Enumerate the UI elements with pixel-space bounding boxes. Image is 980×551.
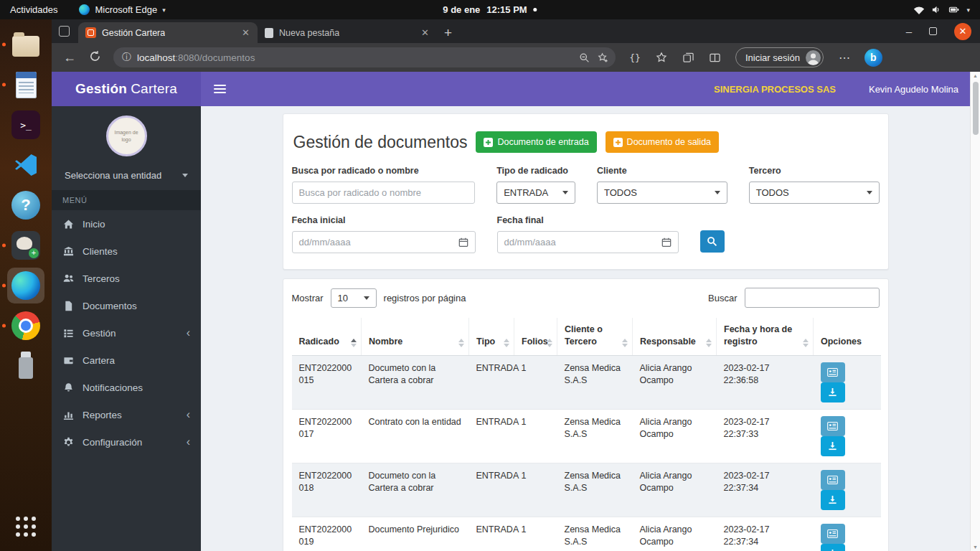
- dock-item-text-editor[interactable]: [7, 67, 44, 103]
- favorites-star-icon[interactable]: [651, 47, 672, 67]
- reload-button[interactable]: [85, 50, 104, 65]
- view-document-button[interactable]: [821, 416, 845, 436]
- sidebar-item-terceros[interactable]: Terceros: [52, 265, 201, 292]
- download-document-button[interactable]: [821, 544, 845, 551]
- view-document-button[interactable]: [821, 470, 845, 490]
- download-document-button[interactable]: [821, 436, 845, 456]
- clock-menu[interactable]: 9 de ene 12:15 PM: [443, 4, 537, 15]
- text-editor-icon: [16, 72, 37, 98]
- close-button[interactable]: ✕: [954, 23, 971, 40]
- view-document-icon: [827, 476, 838, 484]
- split-screen-icon[interactable]: [705, 47, 725, 67]
- cliente-select[interactable]: TODOS: [597, 182, 727, 204]
- tipo-radicado-select[interactable]: ENTRADA: [496, 182, 575, 204]
- column-header-nombre[interactable]: Nombre: [362, 318, 469, 355]
- dock-item-app-grid[interactable]: [7, 509, 44, 545]
- fecha-final-input[interactable]: dd/mm/aaaa: [497, 231, 679, 253]
- dock-item-edge[interactable]: [7, 268, 44, 303]
- activities-button[interactable]: Actividades: [10, 4, 57, 15]
- tab-nueva-pestana[interactable]: Nueva pestaña ✕: [258, 22, 437, 43]
- favorite-add-icon[interactable]: [598, 52, 608, 63]
- scroll-up-icon[interactable]: ▲: [971, 73, 980, 78]
- clock-date: 9 de ene: [443, 4, 480, 15]
- user-menu[interactable]: Kevin Agudelo Molina: [869, 84, 958, 95]
- collections-icon[interactable]: [678, 47, 698, 67]
- tab-close-icon[interactable]: ✕: [240, 27, 252, 38]
- plus-badge-icon: +: [29, 248, 39, 258]
- cell-radicado: ENT2022000017: [292, 409, 362, 463]
- column-header-radicado[interactable]: Radicado: [292, 318, 362, 355]
- table-search-input[interactable]: [745, 288, 880, 308]
- dock-item-photos[interactable]: +: [7, 227, 44, 263]
- dock-item-usb[interactable]: [7, 348, 44, 384]
- scroll-down-icon[interactable]: ▼: [971, 545, 980, 550]
- address-bar[interactable]: ⓘ localhost:8080/documentos: [113, 47, 616, 67]
- tab-gestion-cartera[interactable]: Gestión Cartera ✕: [78, 22, 258, 43]
- dock-item-files[interactable]: [7, 27, 44, 62]
- cell-opciones: [814, 463, 881, 517]
- sidebar-item-label: Cartera: [83, 355, 115, 366]
- view-document-button[interactable]: [821, 524, 845, 544]
- table-row: ENT2022000019 Documento Prejuridico ENTR…: [292, 517, 881, 551]
- app-brand[interactable]: Gestión Cartera: [52, 72, 201, 106]
- download-document-button[interactable]: [821, 490, 845, 510]
- view-document-button[interactable]: [821, 362, 845, 382]
- dock-item-chrome[interactable]: [7, 308, 44, 344]
- hamburger-icon[interactable]: [212, 82, 227, 96]
- site-info-icon[interactable]: ⓘ: [122, 51, 131, 64]
- filter-cliente-label: Cliente: [597, 166, 727, 176]
- system-tray[interactable]: ▾: [913, 4, 970, 15]
- minimize-button[interactable]: –: [906, 26, 912, 37]
- page-size-select[interactable]: 10: [331, 288, 377, 308]
- chevron-left-icon: ‹: [187, 436, 190, 448]
- fecha-inicial-input[interactable]: dd/mm/aaaa: [292, 231, 476, 253]
- sidebar-item-cartera[interactable]: Cartera: [52, 347, 201, 374]
- column-header-cliente-tercero[interactable]: Cliente o Tercero: [557, 318, 633, 355]
- signin-button[interactable]: Iniciar sesión: [735, 47, 824, 67]
- column-header-responsable[interactable]: Responsable: [633, 318, 717, 355]
- column-header-fecha-registro[interactable]: Fecha y hora de registro: [717, 318, 814, 355]
- dock-item-vscode[interactable]: [7, 147, 44, 183]
- focused-app-menu[interactable]: Microsoft Edge ▾: [79, 4, 165, 15]
- download-icon: [828, 441, 837, 451]
- restore-button[interactable]: [929, 27, 937, 35]
- dock-item-terminal[interactable]: >_: [7, 107, 44, 143]
- sidebar-item-clientes[interactable]: Clientes: [52, 237, 201, 265]
- sort-icons: [622, 339, 628, 347]
- bing-icon[interactable]: b: [864, 49, 882, 67]
- documento-salida-button[interactable]: Documento de salida: [606, 131, 719, 153]
- page-scrollbar[interactable]: ▲ ▼: [970, 72, 980, 551]
- chevron-down-icon: ▾: [966, 6, 970, 14]
- sidebar-item-documentos[interactable]: Documentos: [52, 292, 201, 319]
- entity-selector[interactable]: Selecciona una entidad: [52, 161, 201, 190]
- scrollbar-thumb[interactable]: [973, 82, 979, 135]
- column-header-tipo[interactable]: Tipo: [469, 318, 514, 355]
- sidebar-item-notificaciones[interactable]: Notificaciones: [52, 374, 201, 401]
- documento-entrada-button[interactable]: Documento de entrada: [476, 131, 596, 153]
- photos-icon: +: [11, 231, 40, 260]
- wifi-icon: [913, 5, 925, 15]
- new-tab-button[interactable]: +: [444, 26, 452, 39]
- sidebar-item-reportes[interactable]: Reportes ‹: [52, 401, 201, 428]
- documents-table-body: ENT2022000015 Documeto con la Cartera a …: [292, 355, 881, 551]
- column-header-folios[interactable]: Folios: [514, 318, 557, 355]
- wallet-icon: [62, 354, 74, 366]
- extension-icon[interactable]: {}: [625, 47, 645, 67]
- tab-actions-icon[interactable]: [59, 26, 70, 37]
- back-button[interactable]: ←: [60, 51, 79, 64]
- sidebar-item-inicio[interactable]: Inicio: [52, 210, 201, 237]
- sidebar-item-gestion[interactable]: Gestión ‹: [52, 319, 201, 347]
- cell-responsable: Alicia Arango Ocampo: [633, 517, 717, 551]
- more-menu-button[interactable]: ⋯: [834, 51, 855, 65]
- tab-close-icon[interactable]: ✕: [419, 27, 431, 38]
- dock-item-help[interactable]: ?: [7, 187, 44, 223]
- chevron-down-icon: [364, 296, 369, 300]
- filter-search-input[interactable]: [292, 182, 476, 204]
- search-button[interactable]: [700, 230, 725, 253]
- filter-tercero-label: Tercero: [749, 166, 880, 176]
- sidebar-item-label: Notificaciones: [83, 382, 143, 393]
- tercero-select[interactable]: TODOS: [749, 182, 880, 204]
- download-document-button[interactable]: [821, 382, 845, 402]
- sidebar-item-configuracion[interactable]: Configuración ‹: [52, 428, 201, 456]
- zoom-out-icon[interactable]: [579, 52, 590, 63]
